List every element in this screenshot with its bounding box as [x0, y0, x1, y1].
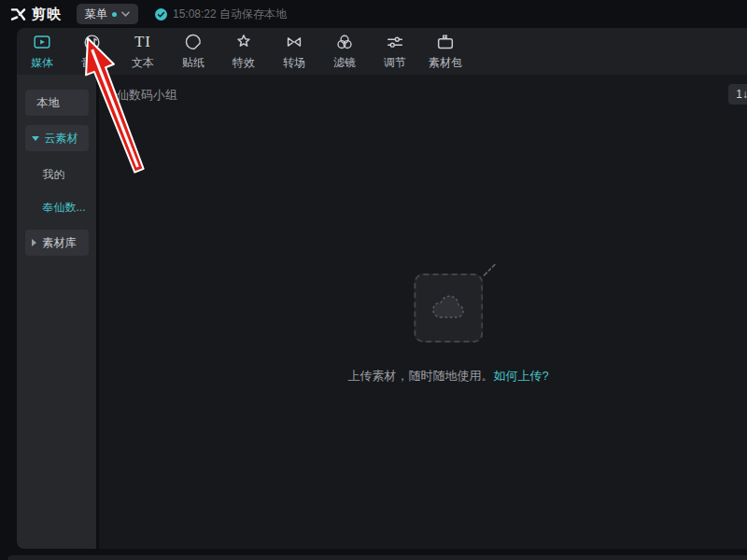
text-icon: TI: [134, 32, 151, 52]
group-title: 奉仙数码小组: [105, 87, 177, 104]
chevron-down-icon: [121, 11, 130, 17]
tab-text[interactable]: TI 文本: [118, 32, 168, 71]
tab-label: 贴纸: [182, 55, 204, 71]
tab-label: 转场: [283, 55, 305, 71]
autosave-status: 15:08:22 自动保存本地: [155, 7, 287, 22]
tab-audio[interactable]: 音频: [67, 32, 118, 71]
sidebar-item-mine[interactable]: 我的: [25, 164, 89, 185]
sidebar-item-material-library[interactable]: 素材库: [25, 230, 89, 256]
sort-badge[interactable]: 1↓: [728, 84, 747, 105]
tab-label: 调节: [384, 55, 406, 71]
top-bar: 剪映 菜单 15:08:22 自动保存本地: [0, 0, 747, 28]
lower-panel-edge: [7, 555, 747, 560]
sticker-icon: [183, 32, 204, 52]
audio-icon: [82, 32, 103, 52]
tab-transition[interactable]: 转场: [269, 32, 319, 71]
how-to-upload-link[interactable]: 如何上传?: [493, 369, 548, 383]
sidebar-item-label: 素材库: [43, 235, 77, 251]
filter-icon: [334, 32, 355, 52]
media-tabbar: 媒体 音频 TI 文本 贴纸 特效: [17, 28, 747, 75]
sidebar-item-label: 奉仙数...: [43, 200, 86, 216]
transition-icon: [284, 32, 304, 52]
sidebar-item-group[interactable]: 奉仙数...: [25, 197, 89, 217]
autosave-check-icon: [155, 8, 167, 21]
tab-filter[interactable]: 滤镜: [319, 32, 370, 71]
menu-notification-dot: [112, 12, 117, 17]
cloud-material-panel: 奉仙数码小组 1↓ 上传素材，随时随地使用。如何上传?: [99, 75, 747, 549]
upload-dropzone[interactable]: [414, 273, 483, 343]
autosave-text: 15:08:22 自动保存本地: [173, 7, 287, 22]
tab-effects[interactable]: 特效: [218, 32, 269, 71]
app-title: 剪映: [32, 6, 62, 23]
tab-media[interactable]: 媒体: [17, 32, 67, 71]
media-icon: [32, 32, 52, 52]
menu-button-label: 菜单: [85, 7, 107, 22]
sidebar-item-label: 云素材: [45, 131, 78, 147]
tab-label: 素材包: [429, 55, 462, 71]
tab-sticker[interactable]: 贴纸: [168, 32, 218, 71]
expand-right-icon: [32, 239, 36, 246]
adjust-sliders-icon: [385, 32, 405, 52]
app-logo: 剪映: [9, 6, 62, 23]
upload-hint: 上传素材，随时随地使用。: [347, 369, 493, 383]
tab-label: 媒体: [31, 55, 53, 71]
sidebar-item-local[interactable]: 本地: [25, 90, 89, 116]
cloud-upload-icon: [429, 293, 468, 323]
sidebar-item-label: 我的: [43, 167, 65, 183]
sidebar-item-label: 本地: [37, 95, 60, 111]
media-sidebar: 本地 云素材 我的 奉仙数... 素材库: [17, 75, 96, 549]
tab-label: 滤镜: [333, 55, 356, 71]
expand-down-icon: [32, 136, 39, 141]
sparkle-icon: [482, 263, 496, 281]
tab-label: 音频: [81, 55, 104, 71]
effects-star-icon: [233, 32, 254, 52]
tab-adjust[interactable]: 调节: [370, 32, 420, 71]
capcut-logo-icon: [9, 7, 27, 21]
tab-material-pack[interactable]: 素材包: [420, 32, 471, 71]
tab-label: 文本: [132, 55, 154, 71]
material-pack-icon: [435, 32, 456, 52]
upload-hint-text: 上传素材，随时随地使用。如何上传?: [347, 368, 548, 385]
sidebar-item-cloud-material[interactable]: 云素材: [25, 125, 89, 151]
upload-empty-state: 上传素材，随时随地使用。如何上传?: [347, 273, 548, 385]
menu-button[interactable]: 菜单: [77, 4, 138, 24]
tab-label: 特效: [233, 55, 255, 71]
